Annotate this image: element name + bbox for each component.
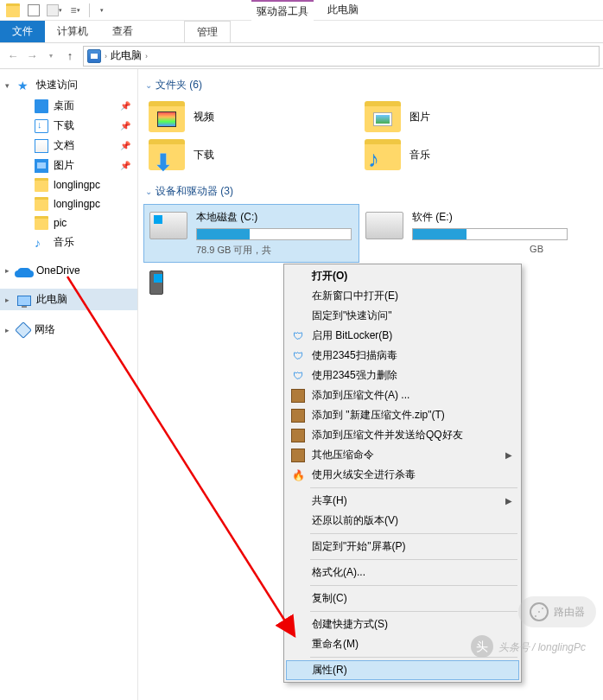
drives-header[interactable]: ⌄设备和驱动器 (3) [143,182,598,204]
download-icon [35,119,48,133]
chevron-down-icon[interactable]: ▾ [5,81,10,90]
ctx-add-archive[interactable]: 添加到压缩文件(A) ... [286,385,519,405]
folder-icon [35,178,48,192]
address-chevron-icon: › [105,52,107,60]
ctx-copy[interactable]: 复制(C) [286,589,519,608]
sidebar-quick-access[interactable]: ▾ ★ 快速访问 [0,74,137,96]
wifi-icon: ⋰ [530,602,549,621]
sidebar-music[interactable]: ♪音乐 [0,232,137,252]
sidebar-pictures[interactable]: 图片📌 [0,156,137,175]
sidebar-folder-2[interactable]: longlingpc [0,194,137,213]
drive-e[interactable]: 软件 (E:) GB [359,204,575,263]
chevron-right-icon[interactable]: ▸ [5,326,10,334]
archive-icon [291,409,305,423]
video-overlay-icon [157,111,176,127]
shield-icon: 🛡 [291,369,305,383]
desktop-icon [35,99,48,113]
context-menu: 打开(O) 在新窗口中打开(E) 固定到"快速访问" 🛡启用 BitLocker… [283,264,522,683]
folders-header[interactable]: ⌄文件夹 (6) [143,76,598,98]
drive-free-text: 78.9 GB 可用，共 [196,244,353,257]
sidebar-label: 快速访问 [36,78,78,92]
forward-button[interactable]: → [22,47,41,66]
folder-music[interactable]: ♪音乐 [359,136,575,174]
capacity-bar [196,228,352,240]
music-icon: ♪ [35,236,48,250]
manage-tab[interactable]: 管理 [184,21,231,42]
recent-dropdown[interactable]: ▾ [41,47,60,66]
drive-label: 本地磁盘 (C:) [196,210,353,225]
folder-pictures[interactable]: 图片 [359,98,575,136]
disk-icon [149,212,187,239]
download-overlay-icon: ⬇ [154,150,173,176]
folder-videos[interactable]: 视频 [143,98,359,136]
music-overlay-icon: ♪ [368,146,379,173]
navigation-bar: ← → ▾ ↑ › 此电脑 › [0,43,603,69]
ctx-format[interactable]: 格式化(A)... [286,563,519,582]
sidebar-network[interactable]: ▸网络 [0,319,137,340]
qat-more-icon[interactable]: ≡▾ [66,2,85,19]
address-chevron-icon[interactable]: › [145,52,148,60]
ctx-pin-start[interactable]: 固定到"开始"屏幕(P) [286,537,519,557]
picture-overlay-icon [373,112,392,126]
ctx-separator [310,611,517,612]
file-tab[interactable]: 文件 [0,21,45,42]
sidebar-this-pc[interactable]: ▸此电脑 [0,289,137,310]
window-title: 此电脑 [322,0,364,21]
ctx-separator [310,533,517,534]
qat-separator [89,3,90,17]
ctx-open-new-window[interactable]: 在新窗口中打开(E) [286,286,519,306]
folder-label: 视频 [194,110,214,124]
pc-icon [17,296,31,306]
back-button[interactable]: ← [3,47,22,66]
ctx-create-shortcut[interactable]: 创建快捷方式(S) [286,614,519,634]
this-pc-icon [87,49,101,63]
drive-free-text: GB [412,244,569,254]
sidebar-onedrive[interactable]: ▸OneDrive [0,261,137,280]
view-tab[interactable]: 查看 [100,21,145,42]
qat-customize-icon[interactable]: ▾ [92,2,111,19]
navigation-pane: ▾ ★ 快速访问 桌面📌 下载📌 文档📌 图片📌 longlingpc long… [0,69,138,700]
qat-folder-icon[interactable] [3,2,22,19]
qat-blank-icon[interactable]: ▾ [45,2,64,19]
pin-icon: 📌 [120,101,130,111]
ctx-restore-versions[interactable]: 还原以前的版本(V) [286,511,519,531]
chevron-down-icon: ⌄ [145,80,152,90]
folder-label: 音乐 [409,148,430,162]
ctx-open[interactable]: 打开(O) [286,266,519,286]
ctx-2345-scan[interactable]: 🛡使用2345扫描病毒 [286,346,519,366]
up-button[interactable]: ↑ [60,47,79,66]
sidebar-folder-1[interactable]: longlingpc [0,175,137,194]
sidebar-downloads[interactable]: 下载📌 [0,116,137,136]
address-bar[interactable]: › 此电脑 › [83,46,600,67]
ctx-properties[interactable]: 属性(R) [286,660,519,680]
watermark-credit: 头头条号 / longlingPc [471,635,586,658]
ctx-bitlocker[interactable]: 🛡启用 BitLocker(B) [286,326,519,346]
contextual-tab-group: 驱动器工具 此电脑 [251,0,364,21]
archive-icon [291,429,305,442]
ctx-archive-qq[interactable]: 添加到压缩文件并发送给QQ好友 [286,425,519,445]
drive-label: 软件 (E:) [412,210,569,225]
ctx-add-archive-zip[interactable]: 添加到 "新建压缩文件.zip"(T) [286,405,519,425]
chevron-right-icon[interactable]: ▸ [5,266,10,275]
folder-downloads[interactable]: ⬇下载 [143,136,359,174]
sidebar-folder-3[interactable]: pic [0,213,137,232]
pin-icon: 📌 [120,141,130,150]
pin-icon: 📌 [120,121,130,130]
ctx-pin-quick-access[interactable]: 固定到"快速访问" [286,306,519,326]
shield-icon: 🛡 [291,349,305,363]
folder-icon: ♪ [365,139,401,170]
ctx-other-archive[interactable]: 其他压缩命令▶ [286,445,519,465]
sidebar-desktop[interactable]: 桌面📌 [0,96,137,116]
document-icon [35,139,48,153]
ctx-2345-delete[interactable]: 🛡使用2345强力删除 [286,366,519,385]
sidebar-documents[interactable]: 文档📌 [0,136,137,156]
computer-tab[interactable]: 计算机 [45,21,100,42]
toutiao-icon: 头 [471,635,493,658]
ctx-huorong-scan[interactable]: 🔥使用火绒安全进行杀毒 [286,465,519,485]
drive-c[interactable]: 本地磁盘 (C:) 78.9 GB 可用，共 [143,204,359,263]
qat-props-icon[interactable] [24,2,43,19]
ctx-share[interactable]: 共享(H)▶ [286,491,519,511]
title-bar: ▾ ≡▾ ▾ 驱动器工具 此电脑 [0,0,603,21]
chevron-right-icon[interactable]: ▸ [5,296,10,304]
drive-removable[interactable] [143,263,169,301]
